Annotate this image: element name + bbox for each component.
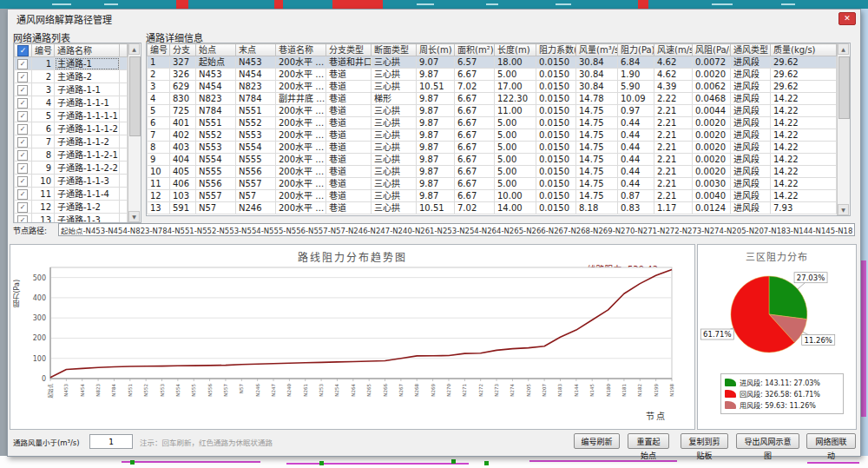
column-header: 周长(m): [417, 44, 455, 56]
svg-text:N181: N181: [621, 384, 627, 397]
row-checkbox[interactable]: ✓: [17, 137, 28, 148]
path-row[interactable]: ✓9子通路-1-1-2-2: [15, 161, 128, 175]
cell: 4: [148, 93, 170, 105]
reset-start-node-button[interactable]: 重置起始点: [628, 433, 669, 449]
row-checkbox[interactable]: ✓: [17, 111, 28, 122]
path-row[interactable]: ✓5子通路-1-1-1-1: [15, 109, 128, 122]
network-diagram-link-button[interactable]: 网络图联动: [806, 433, 856, 449]
branch-row[interactable]: 4830N823N784副井井底 …巷道梯形9.876.67122.300.01…: [148, 93, 837, 105]
branch-row[interactable]: 10405N555N556200水平 …巷道三心拱9.876.675.000.0…: [148, 166, 837, 178]
footer-hint: 注示：回车刷新，红色通路为休眠状通路: [140, 437, 273, 447]
path-row[interactable]: ✓11子通路-1-1-4: [15, 188, 128, 201]
cell: 巷道: [326, 69, 372, 81]
cell: 6.67: [455, 154, 495, 166]
path-number: 5: [32, 109, 55, 122]
cell: 0.44: [618, 166, 654, 178]
svg-text:N274: N274: [510, 384, 515, 397]
svg-text:N557: N557: [223, 384, 228, 397]
copy-to-clipboard-button[interactable]: 复制到剪贴板: [681, 433, 728, 449]
branch-row[interactable]: 8403N553N554200水平 …巷道三心拱9.876.675.000.01…: [148, 142, 837, 154]
path-row[interactable]: ✓1主通路-1: [15, 57, 128, 70]
cell: 6.67: [455, 142, 495, 154]
cell: 17.00: [495, 81, 536, 93]
row-checkbox[interactable]: ✓: [17, 85, 28, 96]
row-checkbox[interactable]: ✓: [17, 98, 28, 109]
path-row[interactable]: ✓12子通路-1-2: [15, 201, 128, 214]
row-checkbox[interactable]: ✓: [17, 202, 28, 213]
cell: 6.67: [455, 178, 495, 190]
branch-row[interactable]: 5725N784N551200水平 …巷道三心拱9.876.6711.000.0…: [148, 105, 837, 117]
branch-row[interactable]: 1327起始点N453200水平 …巷道和井口三心拱9.076.5718.000…: [148, 56, 837, 69]
row-checkbox[interactable]: ✓: [17, 124, 28, 135]
path-name: 主通路-1: [55, 57, 120, 70]
path-number: 1: [32, 57, 55, 70]
background-tick: [52, 3, 71, 5]
cell: 进风段: [731, 81, 771, 93]
branch-row[interactable]: 13591N57N246200水平 …巷道三心拱10.517.0214.000.…: [148, 202, 837, 214]
column-header: 分支类型: [326, 44, 372, 56]
path-number: 11: [32, 188, 55, 201]
refresh-number-button[interactable]: 编号刷新: [574, 433, 620, 449]
branch-row[interactable]: 7402N552N553200水平 …巷道三心拱9.876.675.000.01…: [148, 129, 837, 142]
branch-row[interactable]: 11406N556N557200水平 …巷道三心拱9.876.675.000.0…: [148, 178, 837, 190]
path-row[interactable]: ✓6子通路-1-1-1-2: [15, 122, 128, 135]
dialog-titlebar[interactable]: 通风网络解算路径管理 ✕: [8, 10, 860, 27]
branch-row[interactable]: 2326N453N454200水平 …巷道三心拱9.876.675.000.01…: [148, 69, 837, 81]
branch-row[interactable]: 6401N551N552200水平 …巷道三心拱9.876.675.000.01…: [148, 117, 837, 129]
path-row[interactable]: ✓10子通路-1-1-3: [15, 175, 128, 188]
flow-threshold-input[interactable]: [89, 434, 133, 449]
select-all-checkbox[interactable]: ✓: [17, 45, 29, 56]
cell: 29.62: [771, 56, 837, 69]
branch-row[interactable]: 12103N557N57200水平 …巷道三心拱9.876.6710.000.0…: [148, 190, 837, 202]
svg-text:N553: N553: [160, 384, 165, 397]
path-row[interactable]: ✓7子通路-1-1-2: [15, 135, 128, 148]
path-row[interactable]: ✓2主通路-2: [15, 70, 128, 83]
export-network-diagram-button[interactable]: 导出风网示意图: [736, 433, 799, 449]
node-path-field[interactable]: [58, 223, 855, 236]
cell: 200水平 …: [276, 190, 326, 202]
cell: 进风段: [731, 202, 771, 214]
close-icon[interactable]: ✕: [838, 12, 856, 25]
path-row[interactable]: ✓3子通路-1-1: [15, 83, 128, 96]
cell: 0.0020: [693, 166, 731, 178]
branch-row[interactable]: 9404N554N555200水平 …巷道三心拱9.876.675.000.01…: [148, 154, 837, 166]
cell: 0.0150: [536, 202, 576, 214]
cell: 11.00: [495, 105, 536, 117]
svg-text:N555: N555: [191, 384, 196, 397]
detail-table-scrollbar[interactable]: ▲ ▼: [837, 43, 850, 215]
cell: N551: [196, 117, 236, 129]
cell: 0.44: [618, 178, 654, 190]
svg-text:N554: N554: [175, 384, 181, 397]
path-row[interactable]: ✓4子通路-1-1-1: [15, 96, 128, 109]
footer-bar: 通路风量小于(m³/s) 注示：回车刷新，红色通路为休眠状通路 编号刷新重置起始…: [8, 432, 860, 454]
path-list-scrollbar[interactable]: ▲ ▼: [128, 43, 141, 222]
scroll-up-icon[interactable]: ▲: [838, 43, 849, 55]
cell: 326: [170, 69, 196, 81]
row-checkbox[interactable]: ✓: [17, 59, 28, 69]
row-checkbox[interactable]: ✓: [17, 72, 28, 82]
cell: 进风段: [731, 190, 771, 202]
cell: 三心拱: [372, 129, 417, 142]
node-path-bar: 节点路径:: [13, 223, 855, 239]
background-map-dot: [319, 461, 324, 465]
row-checkbox[interactable]: ✓: [17, 150, 28, 161]
scrollbar-thumb[interactable]: [838, 56, 850, 119]
cell: 200水平 …: [276, 69, 326, 81]
cell: 200水平 …: [276, 81, 326, 93]
path-row[interactable]: ✓13子通路-1-3: [15, 214, 128, 224]
branch-row[interactable]: 3629N454N823200水平 …巷道三心拱10.517.0217.000.…: [148, 81, 837, 93]
scroll-down-icon[interactable]: ▼: [128, 211, 140, 222]
cell: 进风段: [731, 166, 771, 178]
background-top-bar: [0, 0, 868, 9]
scroll-down-icon[interactable]: ▼: [838, 204, 849, 215]
row-checkbox[interactable]: ✓: [17, 176, 28, 187]
row-checkbox[interactable]: ✓: [17, 163, 28, 174]
path-row[interactable]: ✓8子通路-1-1-2-1: [15, 148, 128, 161]
row-checkbox[interactable]: ✓: [17, 189, 28, 200]
cell: 14.75: [576, 166, 618, 178]
cell: 327: [170, 56, 196, 69]
scrollbar-thumb[interactable]: [129, 56, 141, 136]
row-checkbox[interactable]: ✓: [17, 215, 28, 223]
cell: 5.00: [495, 154, 536, 166]
scroll-up-icon[interactable]: ▲: [128, 43, 140, 55]
